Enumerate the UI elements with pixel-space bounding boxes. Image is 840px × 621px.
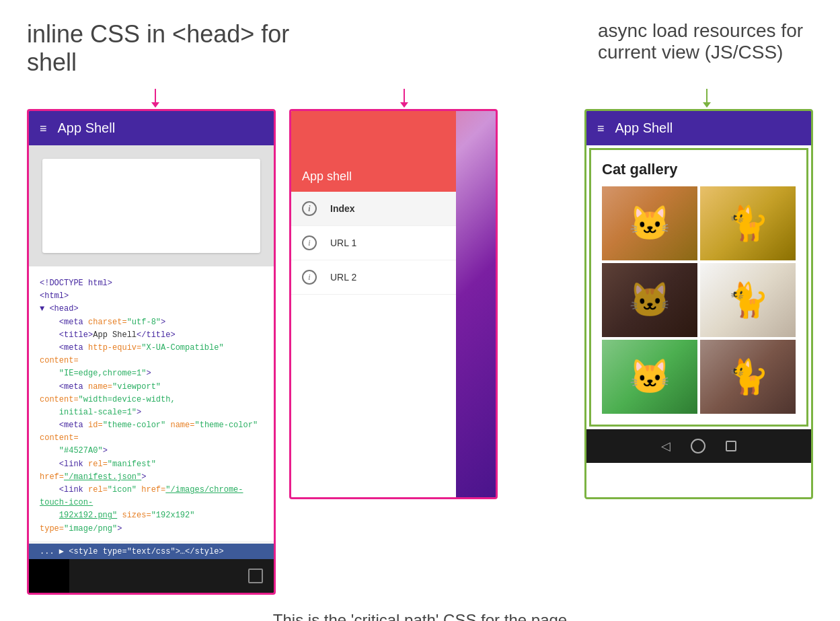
arrow-line-left [155, 89, 156, 102]
cat-image-3 [602, 263, 697, 337]
bottom-caption: This is the 'critical path' CSS for the … [27, 611, 813, 621]
cat-grid [602, 186, 796, 414]
left-phone-content [29, 145, 274, 266]
drawer-item-label-index: Index [330, 203, 355, 214]
left-arrow [151, 89, 159, 108]
cat-image-1 [602, 186, 697, 260]
drawer-header-title: App shell [302, 170, 352, 184]
left-toolbar-title: App Shell [58, 120, 116, 136]
info-icon-url1: i [302, 235, 317, 250]
arrows-row [27, 89, 813, 109]
drawer-panel: App shell i Index i URL 1 i URL 2 [291, 111, 456, 497]
arrow-line-right [706, 89, 708, 102]
code-line-10: <meta id="theme-color" name="theme-color… [40, 419, 263, 445]
code-line-6: <meta http-equiv="X-UA-Compatible" conte… [40, 342, 263, 367]
drawer-item-index[interactable]: i Index [291, 192, 456, 226]
code-line-2: <html> [40, 290, 263, 303]
middle-phone-mockup: App shell i Index i URL 1 i URL 2 [289, 109, 498, 499]
drawer-item-label-url1: URL 1 [330, 238, 356, 248]
drawer-item-url2[interactable]: i URL 2 [291, 260, 456, 295]
cat-image-2 [700, 186, 796, 260]
arrow-head-left [151, 102, 159, 108]
right-label: async load resources for current view (J… [598, 20, 813, 63]
cat-image-5 [602, 340, 697, 414]
code-line-3: ▼ <head> [40, 303, 263, 316]
white-card [42, 159, 260, 253]
black-square-left [29, 559, 69, 593]
code-line-12: <link rel="manifest" href="/manifest.jso… [40, 458, 263, 484]
code-area: <!DOCTYPE html> <html> ▼ <head> <meta ch… [29, 266, 274, 541]
left-phone-mockup: ≡ App Shell <!DOCTYPE html> <html> ▼ <he… [27, 109, 276, 595]
diagrams-row: ≡ App Shell <!DOCTYPE html> <html> ▼ <he… [27, 109, 813, 595]
right-phone-bottom-bar: ◁ [586, 429, 811, 463]
recents-icon-left [248, 569, 263, 583]
right-toolbar-title: App Shell [615, 120, 673, 136]
hamburger-icon-left: ≡ [40, 122, 47, 135]
arrow-line-middle [404, 89, 405, 102]
top-labels-row: inline CSS in <head> for shell async loa… [27, 20, 813, 83]
home-icon [691, 439, 705, 453]
right-arrow [703, 89, 711, 108]
left-phone-toolbar: ≡ App Shell [29, 111, 274, 145]
gallery-title: Cat gallery [602, 161, 796, 178]
code-line-11: "#4527A0"> [40, 445, 263, 458]
code-line-9: initial-scale=1"> [40, 406, 263, 419]
code-highlight-bar: ... ▶ <style type="text/css">…</style> [29, 544, 274, 559]
code-line-7: "IE=edge,chrome=1"> [40, 367, 263, 380]
left-label: inline CSS in <head> for shell [27, 20, 296, 77]
code-line-13: <link rel="icon" href="/images/chrome-to… [40, 484, 263, 509]
back-icon: ◁ [661, 439, 671, 453]
right-phone-toolbar: ≡ App Shell [586, 111, 811, 145]
right-phone-mockup: ≡ App Shell Cat gallery ◁ [584, 109, 813, 499]
drawer-header: App shell [291, 111, 456, 192]
arrow-head-middle [400, 102, 408, 108]
main-container: inline CSS in <head> for shell async loa… [27, 20, 813, 621]
code-line-14: 192x192.png" sizes="192x192" type="image… [40, 509, 263, 535]
middle-arrow [400, 89, 408, 108]
code-line-1: <!DOCTYPE html> [40, 277, 263, 290]
code-line-4: <meta charset="utf-8"> [40, 316, 263, 329]
drawer-item-label-url2: URL 2 [330, 272, 356, 283]
info-icon-index: i [302, 201, 317, 216]
right-label-area: async load resources for current view (J… [551, 20, 813, 83]
arrow-head-right [703, 102, 711, 108]
hamburger-icon-right: ≡ [597, 122, 605, 135]
cat-image-6 [700, 340, 796, 414]
left-label-area: inline CSS in <head> for shell [27, 20, 551, 83]
recents-icon-right [726, 441, 736, 451]
code-line-5: <title>App Shell</title> [40, 329, 263, 342]
code-line-8: <meta name="viewport" content="width=dev… [40, 381, 263, 406]
cat-image-4 [700, 263, 796, 337]
drawer-item-url1[interactable]: i URL 1 [291, 226, 456, 260]
info-icon-url2: i [302, 270, 317, 285]
gallery-content: Cat gallery [589, 148, 808, 427]
